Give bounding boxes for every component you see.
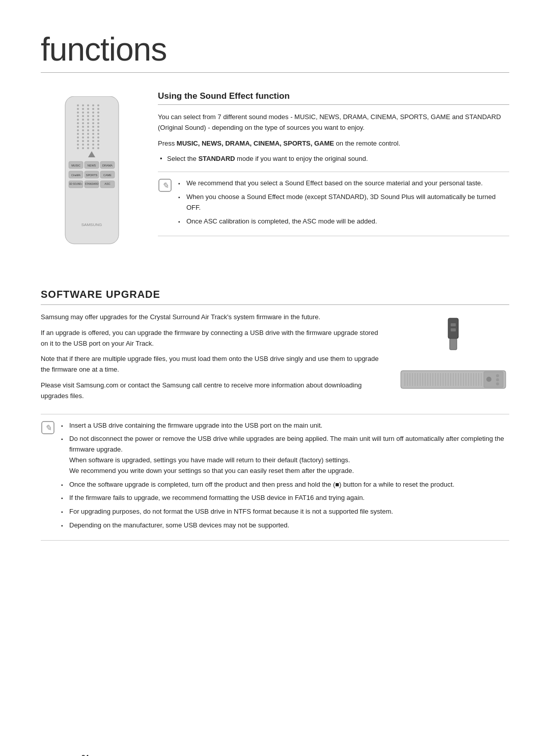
svg-point-11 bbox=[77, 111, 79, 114]
sound-effect-bullet-item: Select the STANDARD mode if you want to … bbox=[158, 154, 509, 164]
upgrade-para3: Note that if there are multiple upgrade … bbox=[41, 354, 382, 375]
svg-point-17 bbox=[82, 115, 84, 117]
svg-point-24 bbox=[92, 119, 94, 121]
svg-text:SPORTS: SPORTS bbox=[86, 174, 97, 177]
upgrade-para2: If an upgrade is offered, you can upgrad… bbox=[41, 328, 382, 349]
svg-point-26 bbox=[77, 122, 79, 124]
svg-point-62 bbox=[82, 147, 84, 149]
svg-point-2 bbox=[82, 104, 84, 106]
svg-point-30 bbox=[97, 122, 99, 124]
upgrade-layout: Samsung may offer upgrades for the Cryst… bbox=[41, 312, 509, 407]
svg-point-51 bbox=[77, 140, 79, 142]
svg-point-42 bbox=[82, 133, 84, 135]
svg-point-45 bbox=[97, 133, 99, 135]
upgrade-notes-list: Insert a USB drive containing the firmwa… bbox=[61, 421, 509, 531]
svg-point-33 bbox=[87, 126, 89, 128]
svg-point-50 bbox=[97, 136, 99, 138]
svg-point-48 bbox=[87, 136, 89, 138]
svg-point-127 bbox=[496, 378, 499, 381]
svg-point-25 bbox=[97, 119, 99, 121]
svg-point-27 bbox=[82, 122, 84, 124]
note-item-3: Once ASC calibration is completed, the A… bbox=[178, 216, 509, 227]
svg-point-6 bbox=[77, 108, 79, 110]
upgrade-note-icon: ✎ bbox=[41, 421, 55, 534]
software-upgrade-section: SOFTWARE UPGRADE Samsung may offer upgra… bbox=[41, 289, 509, 541]
svg-point-37 bbox=[82, 129, 84, 131]
svg-point-15 bbox=[97, 111, 99, 114]
note-item-2: When you choose a Sound Effect mode (exc… bbox=[178, 192, 509, 213]
svg-point-8 bbox=[87, 108, 89, 110]
svg-point-43 bbox=[87, 133, 89, 135]
svg-point-63 bbox=[87, 147, 89, 149]
svg-text:CAME: CAME bbox=[103, 174, 112, 177]
upgrade-note-box: ✎ Insert a USB drive containing the firm… bbox=[41, 414, 509, 541]
svg-point-126 bbox=[496, 374, 499, 377]
svg-point-57 bbox=[82, 144, 84, 146]
sound-effect-content: Using the Sound Effect function You can … bbox=[158, 91, 509, 264]
upgrade-note-2: Do not disconnect the power or remove th… bbox=[61, 434, 509, 476]
svg-point-65 bbox=[97, 147, 99, 149]
svg-point-32 bbox=[82, 126, 84, 128]
svg-point-5 bbox=[97, 104, 99, 106]
svg-point-44 bbox=[92, 133, 94, 135]
svg-point-53 bbox=[87, 140, 89, 142]
svg-point-34 bbox=[92, 126, 94, 128]
svg-text:3D SOUND+: 3D SOUND+ bbox=[69, 183, 82, 185]
svg-point-20 bbox=[97, 115, 99, 117]
svg-point-4 bbox=[92, 104, 94, 106]
note-icon: ✎ bbox=[158, 178, 172, 230]
upgrade-note-content: Insert a USB drive containing the firmwa… bbox=[61, 421, 509, 534]
page-number: 24 bbox=[81, 753, 89, 756]
svg-point-12 bbox=[82, 111, 84, 114]
soundbar-svg bbox=[400, 363, 507, 391]
svg-point-58 bbox=[87, 144, 89, 146]
sound-effect-notes: We recommend that you select a Sound Eff… bbox=[178, 178, 509, 227]
svg-text:SAMSUNG: SAMSUNG bbox=[81, 222, 101, 227]
svg-text:MUSIC: MUSIC bbox=[71, 164, 80, 167]
svg-point-18 bbox=[87, 115, 89, 117]
svg-point-47 bbox=[82, 136, 84, 138]
svg-point-38 bbox=[87, 129, 89, 131]
svg-point-36 bbox=[77, 129, 79, 131]
sound-effect-section: MUSIC NEWS DRAMA CIneMA SPORTS CAME bbox=[41, 91, 509, 264]
remote-image-col: MUSIC NEWS DRAMA CIneMA SPORTS CAME bbox=[41, 91, 143, 264]
svg-point-55 bbox=[97, 140, 99, 142]
upgrade-note-1: Insert a USB drive containing the firmwa… bbox=[61, 421, 509, 431]
note-item-1: We recommend that you select a Sound Eff… bbox=[178, 178, 509, 189]
sound-effect-bullet-list: Select the STANDARD mode if you want to … bbox=[158, 154, 509, 164]
svg-point-1 bbox=[77, 104, 79, 106]
svg-rect-91 bbox=[451, 328, 456, 331]
upgrade-image-col bbox=[397, 312, 509, 407]
svg-point-60 bbox=[97, 144, 99, 146]
svg-point-56 bbox=[77, 144, 79, 146]
svg-point-35 bbox=[97, 126, 99, 128]
note-content: We recommend that you select a Sound Eff… bbox=[178, 178, 509, 230]
upgrade-note-4: If the firmware fails to upgrade, we rec… bbox=[61, 493, 509, 503]
sound-effect-note-box: ✎ We recommend that you select a Sound E… bbox=[158, 172, 509, 236]
svg-text:✎: ✎ bbox=[45, 424, 51, 432]
svg-point-41 bbox=[77, 133, 79, 135]
svg-point-3 bbox=[87, 104, 89, 106]
svg-point-29 bbox=[92, 122, 94, 124]
svg-rect-89 bbox=[450, 339, 457, 350]
svg-point-31 bbox=[77, 126, 79, 128]
sound-effect-press: Press MUSIC, NEWS, DRAMA, CINEMA, SPORTS… bbox=[158, 138, 509, 149]
svg-point-46 bbox=[77, 136, 79, 138]
svg-point-52 bbox=[82, 140, 84, 142]
svg-point-49 bbox=[92, 136, 94, 138]
upgrade-note-3: Once the software upgrade is completed, … bbox=[61, 480, 509, 490]
upgrade-note-6: Depending on the manufacturer, some USB … bbox=[61, 520, 509, 531]
svg-point-21 bbox=[77, 119, 79, 121]
remote-control-svg: MUSIC NEWS DRAMA CIneMA SPORTS CAME bbox=[47, 96, 136, 259]
sound-effect-intro: You can select from 7 different sound mo… bbox=[158, 112, 509, 133]
upgrade-text-col: Samsung may offer upgrades for the Cryst… bbox=[41, 312, 382, 407]
svg-text:ASC: ASC bbox=[104, 182, 110, 185]
svg-point-16 bbox=[77, 115, 79, 117]
svg-point-14 bbox=[92, 111, 94, 114]
svg-point-54 bbox=[92, 140, 94, 142]
svg-rect-0 bbox=[65, 96, 119, 244]
svg-text:✎: ✎ bbox=[162, 181, 169, 190]
svg-rect-90 bbox=[451, 323, 456, 326]
svg-point-28 bbox=[87, 122, 89, 124]
svg-point-19 bbox=[92, 115, 94, 117]
